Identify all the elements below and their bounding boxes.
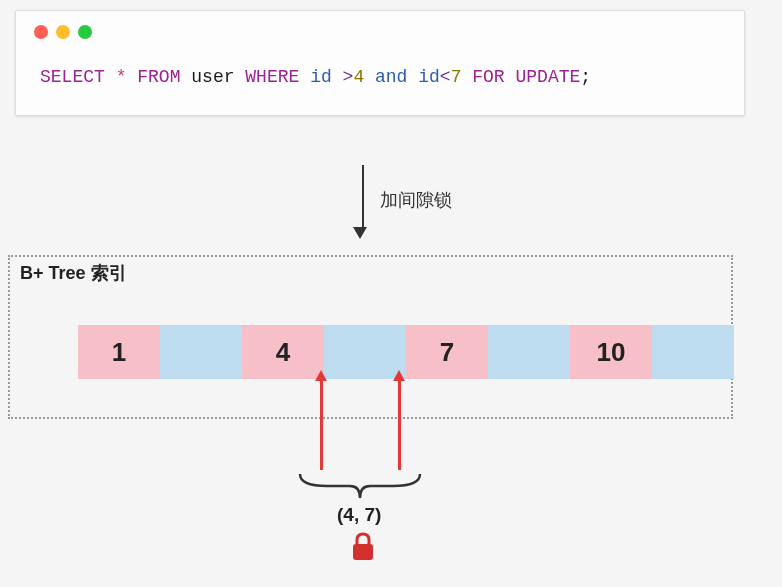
sql-val2: 7 xyxy=(451,67,462,87)
sql-and: and xyxy=(375,67,407,87)
window-controls xyxy=(16,11,744,49)
gap-arrow-right xyxy=(398,380,401,470)
sql-semi: ; xyxy=(580,67,591,87)
gap-arrow-right-head xyxy=(393,370,405,381)
lock-icon xyxy=(350,532,376,562)
gap-arrow-left-head xyxy=(315,370,327,381)
sql-field1: id xyxy=(310,67,332,87)
sql-update: UPDATE xyxy=(515,67,580,87)
btree-cell-key: 7 xyxy=(406,325,488,379)
arrow-down xyxy=(359,165,367,239)
btree-cell-gap xyxy=(652,325,734,379)
sql-star: * xyxy=(116,67,127,87)
sql-field2: id xyxy=(418,67,440,87)
btree-cell-gap xyxy=(160,325,242,379)
sql-val1: 4 xyxy=(353,67,364,87)
btree-cell-key: 10 xyxy=(570,325,652,379)
sql-from: FROM xyxy=(137,67,180,87)
sql-statement: SELECT * FROM user WHERE id >4 and id<7 … xyxy=(16,49,744,115)
btree-cells: 1 4 7 10 xyxy=(78,325,734,379)
btree-cell-key: 4 xyxy=(242,325,324,379)
close-icon xyxy=(34,25,48,39)
sql-gt: > xyxy=(343,67,354,87)
arrow-label: 加间隙锁 xyxy=(380,188,452,212)
btree-cell-gap xyxy=(488,325,570,379)
btree-cell-key: 1 xyxy=(78,325,160,379)
sql-select: SELECT xyxy=(40,67,105,87)
range-label: (4, 7) xyxy=(337,504,381,526)
curly-brace-icon xyxy=(295,472,425,500)
btree-index-box: B+ Tree 索引 1 4 7 10 xyxy=(8,255,733,419)
btree-title: B+ Tree 索引 xyxy=(20,261,127,285)
sql-for: FOR xyxy=(472,67,504,87)
minimize-icon xyxy=(56,25,70,39)
maximize-icon xyxy=(78,25,92,39)
sql-where: WHERE xyxy=(245,67,299,87)
sql-code-window: SELECT * FROM user WHERE id >4 and id<7 … xyxy=(15,10,745,116)
gap-arrow-left xyxy=(320,380,323,470)
svg-rect-0 xyxy=(353,544,373,560)
sql-table: user xyxy=(191,67,234,87)
sql-lt: < xyxy=(440,67,451,87)
